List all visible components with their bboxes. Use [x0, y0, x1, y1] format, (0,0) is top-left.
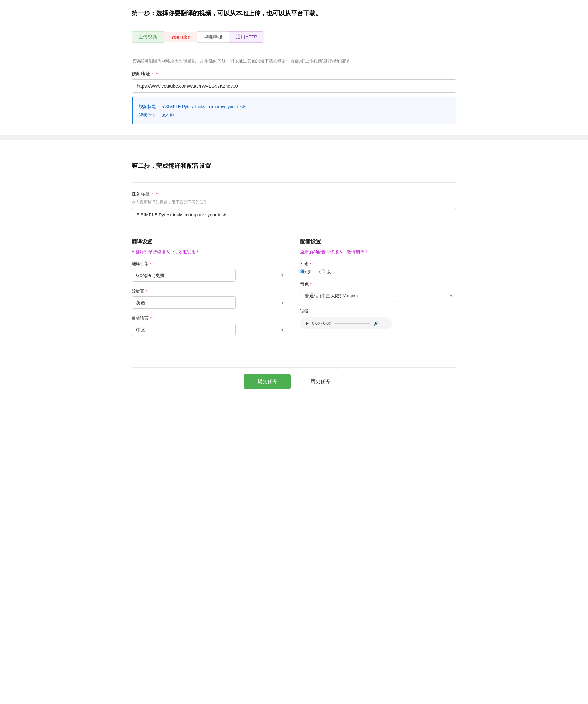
settings-row: 翻译设置 AI翻译引擎持续接入中，欢迎试用！ 翻译引擎 * Google（免费）… [131, 229, 457, 355]
gender-male-text: 男 [308, 269, 312, 275]
gender-male-label[interactable]: 男 [300, 269, 312, 275]
task-hint: 输入视频翻译的标题，用于区分不同的任务 [131, 199, 457, 205]
tab-youtube[interactable]: YouTube [164, 32, 197, 42]
engine-select-wrapper: Google（免费） DeepL 百度翻译 有道翻译 ▾ [131, 269, 288, 282]
gray-separator [0, 135, 588, 140]
url-required-star: * [156, 71, 158, 76]
action-bar: 提交任务 历史任务 [131, 367, 457, 396]
url-label: 视频地址： * [131, 71, 457, 77]
voice-select-arrow: ▾ [450, 293, 452, 298]
notice-text: 该功能可能因为网络原因出现错误，如果遇到问题，可以通过其他渠道下载视频后，再使用… [131, 58, 457, 65]
gender-row: 男 女 [300, 269, 457, 275]
voice-select[interactable]: 普通话 (中国大陆)-Yunjian 普通话 (中国大陆)-Xiaoxiao 粤… [300, 290, 398, 302]
play-button[interactable]: ▶ [306, 321, 309, 326]
source-required-star: * [146, 288, 148, 293]
progress-bar[interactable] [334, 322, 370, 324]
tabs-row: 上传视频 YouTube 哔哩哔哩 通用HTTP [131, 31, 457, 43]
translation-settings: 翻译设置 AI翻译引擎持续接入中，欢迎试用！ 翻译引擎 * Google（免费）… [131, 238, 288, 343]
source-lang-label: 源语言 * [131, 288, 288, 294]
audio-player: ▶ 0:00 / 0:03 🔊 ⋮ [300, 317, 392, 329]
voice-required-star: * [310, 282, 312, 287]
engine-select-arrow: ▾ [281, 273, 283, 278]
engine-label: 翻译引擎 * [131, 261, 288, 267]
gender-label: 性别 * [300, 261, 457, 267]
engine-select[interactable]: Google（免费） DeepL 百度翻译 有道翻译 [131, 269, 236, 282]
gender-male-radio[interactable] [300, 269, 306, 275]
tab-upload[interactable]: 上传视频 [131, 31, 164, 43]
video-info-box: 视频标题： 5 SIMPLE Pytest tricks to improve … [131, 98, 457, 124]
tab-http[interactable]: 通用HTTP [229, 31, 264, 43]
url-input[interactable] [131, 79, 457, 93]
gender-required-star: * [310, 261, 312, 266]
gender-female-radio[interactable] [319, 269, 325, 275]
target-select-arrow: ▾ [281, 328, 283, 332]
translation-promo: AI翻译引擎持续接入中，欢迎试用！ [131, 249, 288, 255]
translation-title: 翻译设置 [131, 238, 288, 245]
dubbing-title: 配音设置 [300, 238, 457, 245]
video-title-value: 5 SIMPLE Pytest tricks to improve your t… [162, 104, 246, 109]
task-input[interactable] [131, 208, 457, 221]
target-lang-select[interactable]: 中文 英语 日语 韩语 法语 德语 [131, 324, 236, 336]
time-current: 0:00 [312, 321, 320, 326]
preview-label: 试听 [300, 309, 457, 314]
more-button[interactable]: ⋮ [382, 320, 387, 326]
gender-female-text: 女 [327, 269, 331, 275]
submit-button[interactable]: 提交任务 [244, 374, 290, 389]
step2-header: 第二步：完成翻译和配音设置 [131, 153, 457, 176]
url-section: 该功能可能因为网络原因出现错误，如果遇到问题，可以通过其他渠道下载视频后，再使用… [131, 49, 457, 132]
video-duration-line: 视频时长： 854 秒 [139, 111, 450, 119]
dubbing-settings: 配音设置 全新的AI配音即将接入，敬请期待！ 性别 * 男 女 音色 * [300, 238, 457, 343]
step2-section: 第二步：完成翻译和配音设置 [131, 143, 457, 182]
volume-button[interactable]: 🔊 [373, 321, 379, 326]
video-title-line: 视频标题： 5 SIMPLE Pytest tricks to improve … [139, 102, 450, 111]
time-total: 0:03 [323, 321, 331, 326]
source-select-wrapper: 英语 中文 日语 韩语 法语 德语 ▾ [131, 296, 288, 309]
video-duration-label: 视频时长： [139, 113, 160, 118]
dubbing-promo: 全新的AI配音即将接入，敬请期待！ [300, 249, 457, 255]
target-lang-label: 目标语言 * [131, 315, 288, 321]
history-button[interactable]: 历史任务 [297, 374, 344, 389]
gender-female-label[interactable]: 女 [319, 269, 331, 275]
tabs-section: 上传视频 YouTube 哔哩哔哩 通用HTTP [131, 24, 457, 49]
time-display: 0:00 / 0:03 [312, 321, 331, 326]
video-duration-value: 854 秒 [162, 113, 174, 118]
task-title-section: 任务标题： * 输入视频翻译的标题，用于区分不同的任务 [131, 183, 457, 229]
tab-bilibili[interactable]: 哔哩哔哩 [197, 31, 229, 43]
target-select-wrapper: 中文 英语 日语 韩语 法语 德语 ▾ [131, 324, 288, 336]
task-title-label: 任务标题： * [131, 191, 457, 197]
voice-label: 音色 * [300, 282, 457, 287]
target-required-star: * [150, 315, 152, 321]
step1-header: 第一步：选择你要翻译的视频，可以从本地上传，也可以从平台下载。 [131, 0, 457, 23]
video-title-label: 视频标题： [139, 104, 160, 109]
source-lang-select[interactable]: 英语 中文 日语 韩语 法语 德语 [131, 296, 236, 309]
source-select-arrow: ▾ [281, 300, 283, 305]
voice-select-wrapper: 普通话 (中国大陆)-Yunjian 普通话 (中国大陆)-Xiaoxiao 粤… [300, 290, 457, 302]
task-required-star: * [156, 191, 158, 197]
engine-required-star: * [150, 261, 152, 266]
